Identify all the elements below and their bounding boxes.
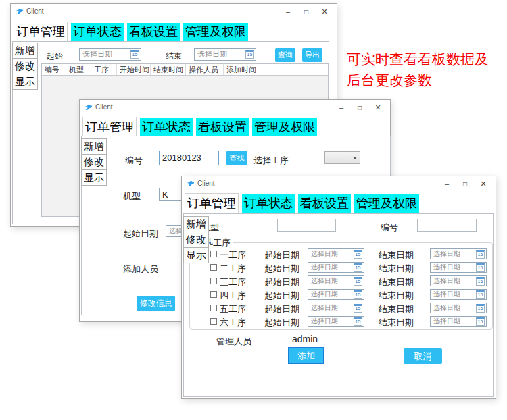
calendar-icon[interactable]: 15 [476, 250, 485, 259]
calendar-icon[interactable]: 15 [476, 277, 485, 286]
process-5-end-date[interactable]: 选择日期 15 [430, 303, 487, 313]
tab-board-settings[interactable]: 看板设置 [298, 194, 351, 213]
calendar-icon[interactable]: 15 [476, 290, 485, 299]
find-button[interactable]: 查找 [226, 151, 247, 165]
process-row-4: 四工序 起始日期 选择日期 15 结束日期 选择日期 15 [190, 289, 492, 300]
col-process[interactable]: 工序 [91, 64, 117, 75]
calendar-icon[interactable]: 15 [476, 317, 485, 326]
sidebar-item-modify[interactable]: 修改 [81, 154, 107, 170]
process-1-checkbox[interactable] [210, 251, 217, 257]
sidebar-item-modify[interactable]: 修改 [12, 58, 38, 74]
tab-order-management[interactable]: 订单管理 [82, 117, 137, 136]
process-3-start-date[interactable]: 选择日期 15 [308, 275, 364, 286]
col-start-time[interactable]: 开始时间 [117, 64, 151, 75]
process-1-start-date[interactable]: 选择日期 15 [308, 248, 364, 259]
close-icon[interactable]: ✕ [374, 104, 382, 111]
select-process-label: 选择工序 [254, 155, 289, 167]
modify-info-button[interactable]: 修改信息 [137, 296, 175, 311]
tab-order-status[interactable]: 订单状态 [140, 118, 193, 136]
number-input[interactable] [417, 219, 477, 232]
process-1-label: 一工序 [220, 249, 246, 261]
maximize-icon[interactable]: □ [461, 180, 469, 188]
process-dropdown[interactable] [324, 151, 360, 164]
end-date-label: 结束日期 [379, 303, 414, 315]
calendar-icon[interactable]: 15 [130, 50, 139, 59]
sidebar-item-display[interactable]: 显示 [81, 169, 107, 186]
calendar-icon[interactable]: 15 [354, 263, 362, 272]
close-icon[interactable]: ✕ [479, 180, 487, 188]
tab-admin-permissions[interactable]: 管理及权限 [354, 194, 419, 213]
calendar-icon[interactable]: 15 [354, 277, 362, 286]
calendar-icon[interactable]: 15 [354, 317, 362, 326]
start-date-picker[interactable]: 选择日期 15 [79, 48, 141, 61]
sidebar-item-modify[interactable]: 修改 [183, 232, 209, 248]
number-input[interactable]: 20180123 [159, 151, 219, 165]
minimize-icon[interactable]: – [284, 8, 292, 16]
date-placeholder: 选择日期 [433, 249, 460, 259]
process-6-end-date[interactable]: 选择日期 15 [430, 316, 487, 327]
sidebar-item-display[interactable]: 显示 [183, 247, 209, 263]
calendar-icon[interactable]: 15 [354, 250, 362, 259]
model-input[interactable] [277, 219, 336, 232]
process-4-end-date[interactable]: 选择日期 15 [430, 289, 487, 300]
tab-order-management[interactable]: 订单管理 [185, 193, 239, 213]
process-row-5: 五工序 起始日期 选择日期 15 结束日期 选择日期 15 [190, 303, 492, 314]
calendar-icon[interactable]: 15 [476, 304, 485, 313]
col-model[interactable]: 机型 [66, 64, 91, 75]
date-placeholder: 选择日期 [433, 303, 460, 313]
process-row-3: 三工序 起始日期 选择日期 15 结束日期 选择日期 15 [190, 275, 492, 287]
sidebar-item-add[interactable]: 新增 [183, 216, 209, 232]
end-date-picker[interactable]: 选择日期 15 [194, 48, 256, 61]
process-6-start-date[interactable]: 选择日期 15 [308, 316, 364, 327]
col-number[interactable]: 编号 [42, 64, 66, 75]
tab-order-status[interactable]: 订单状态 [242, 194, 295, 213]
process-3-end-date[interactable]: 选择日期 15 [430, 275, 487, 286]
app-logo-icon [16, 7, 24, 16]
sidebar-item-add[interactable]: 新增 [12, 43, 38, 59]
export-button[interactable]: 导出 [302, 48, 322, 62]
close-icon[interactable]: ✕ [320, 8, 329, 16]
start-date-label: 起始日期 [123, 228, 158, 240]
process-2-end-date[interactable]: 选择日期 15 [430, 262, 487, 273]
maximize-icon[interactable]: □ [356, 104, 364, 111]
process-1-end-date[interactable]: 选择日期 15 [430, 248, 487, 259]
cancel-button[interactable]: 取消 [404, 348, 442, 364]
maximize-icon[interactable]: □ [302, 8, 310, 16]
process-4-start-date[interactable]: 选择日期 15 [308, 289, 364, 300]
tab-order-status[interactable]: 订单状态 [71, 23, 124, 41]
process-2-checkbox[interactable] [210, 264, 217, 271]
calendar-icon[interactable]: 15 [354, 304, 362, 313]
calendar-icon[interactable]: 15 [245, 50, 254, 59]
query-button[interactable]: 查询 [275, 48, 295, 62]
process-5-label: 五工序 [220, 303, 246, 315]
date-placeholder: 选择日期 [311, 276, 338, 286]
date-placeholder: 选择日期 [433, 290, 460, 299]
col-operator[interactable]: 操作人员 [186, 64, 224, 75]
date-placeholder: 选择日期 [311, 303, 338, 313]
process-3-checkbox[interactable] [210, 278, 217, 284]
calendar-icon[interactable]: 15 [354, 290, 362, 299]
start-date-label: 起始日期 [264, 303, 299, 315]
col-end-time[interactable]: 结束时间 [151, 64, 186, 75]
tab-board-settings[interactable]: 看板设置 [196, 118, 249, 136]
process-2-start-date[interactable]: 选择日期 15 [308, 262, 364, 273]
tab-admin-permissions[interactable]: 管理及权限 [183, 23, 248, 41]
titlebar[interactable]: Client – □ ✕ [80, 100, 390, 115]
titlebar[interactable]: Client – □ ✕ [11, 4, 337, 19]
minimize-icon[interactable]: – [337, 104, 345, 111]
process-4-label: 四工序 [220, 290, 246, 302]
sidebar-item-display[interactable]: 显示 [12, 74, 38, 90]
tab-board-settings[interactable]: 看板设置 [127, 23, 180, 41]
process-6-checkbox[interactable] [210, 318, 217, 325]
calendar-icon[interactable]: 15 [476, 263, 485, 272]
process-5-start-date[interactable]: 选择日期 15 [308, 303, 364, 313]
minimize-icon[interactable]: – [443, 180, 451, 188]
tab-order-management[interactable]: 订单管理 [14, 22, 68, 41]
process-5-checkbox[interactable] [210, 305, 217, 311]
add-button[interactable]: 添加 [288, 347, 324, 364]
process-4-checkbox[interactable] [210, 291, 217, 298]
titlebar[interactable]: Client – □ ✕ [182, 176, 496, 191]
col-add-time[interactable]: 添加时间 [224, 64, 263, 75]
sidebar-item-add[interactable]: 新增 [81, 138, 107, 155]
tab-admin-permissions[interactable]: 管理及权限 [252, 118, 317, 136]
